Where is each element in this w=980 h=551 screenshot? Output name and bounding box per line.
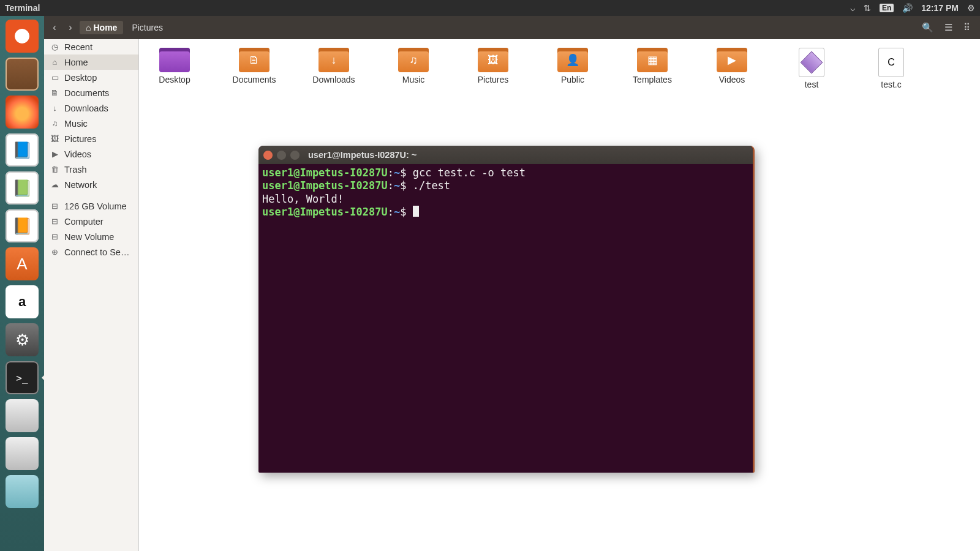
place-home[interactable]: ⌂Home — [44, 54, 138, 70]
home-icon: ⌂ — [86, 23, 91, 32]
terminal-titlebar[interactable]: user1@Impetus-I0287U: ~ — [258, 146, 753, 164]
place-network[interactable]: ☁Network — [44, 177, 138, 192]
files-toolbar: ‹ › ⌂ Home Pictures 🔍 ☰ ⠿ — [44, 16, 980, 39]
nav-forward-button[interactable]: › — [64, 20, 77, 36]
file-item-pictures[interactable]: 🖼Pictures — [469, 48, 518, 89]
file-item-test-c[interactable]: Ctest.c — [867, 48, 916, 89]
file-label: Downloads — [312, 75, 355, 84]
place-icon: 🖼 — [50, 134, 59, 143]
window-close-button[interactable] — [263, 151, 273, 160]
breadcrumb-pictures-label: Pictures — [132, 23, 163, 32]
place-label: Music — [64, 119, 88, 129]
place-icon: ⌂ — [50, 58, 59, 67]
files-places-sidebar: ◷Recent⌂Home▭Desktop🗎Documents↓Downloads… — [44, 39, 139, 551]
file-item-downloads[interactable]: ↓Downloads — [309, 48, 358, 89]
place-label: Home — [64, 58, 88, 67]
file-label: test.c — [881, 80, 901, 89]
view-list-icon[interactable]: ☰ — [944, 22, 952, 33]
folder-icon: 🖼 — [478, 48, 508, 72]
executable-icon — [799, 48, 824, 77]
launcher-firefox[interactable] — [6, 96, 39, 129]
files-toolbar-tools: 🔍 ☰ ⠿ — [922, 22, 976, 33]
file-item-templates[interactable]: ▦Templates — [628, 48, 677, 89]
launcher-trash[interactable] — [6, 475, 39, 508]
network-icon[interactable]: ⇅ — [864, 3, 871, 13]
launcher-drive-1[interactable] — [6, 399, 39, 432]
launcher-libreoffice-impress[interactable]: 📙 — [6, 209, 39, 242]
bluetooth-icon[interactable]: ⌵ — [850, 3, 855, 13]
device-item[interactable]: ⊕Connect to Se… — [44, 244, 138, 260]
clock[interactable]: 12:17 PM — [921, 3, 959, 13]
power-icon[interactable]: ⚙ — [967, 3, 975, 13]
place-icon: 🗑 — [50, 165, 59, 174]
terminal-output[interactable]: user1@Impetus-I0287U:~$ gcc test.c -o te… — [258, 164, 753, 221]
c-source-icon: C — [878, 48, 904, 77]
place-desktop[interactable]: ▭Desktop — [44, 70, 138, 85]
place-recent[interactable]: ◷Recent — [44, 39, 138, 54]
place-label: Videos — [64, 149, 91, 159]
window-maximize-button[interactable] — [290, 151, 300, 160]
file-label: Desktop — [159, 75, 190, 84]
place-icon: ▶ — [50, 149, 59, 159]
active-app-title: Terminal — [5, 3, 40, 13]
device-label: New Volume — [64, 232, 114, 242]
place-documents[interactable]: 🗎Documents — [44, 85, 138, 100]
place-pictures[interactable]: 🖼Pictures — [44, 131, 138, 146]
place-label: Network — [64, 180, 97, 190]
volume-icon[interactable]: 🔊 — [902, 3, 913, 13]
launcher-libreoffice-calc[interactable]: 📗 — [6, 171, 39, 204]
place-label: Pictures — [64, 134, 96, 144]
device-item[interactable]: ⊟126 GB Volume — [44, 198, 138, 214]
folder-icon: ▦ — [637, 48, 668, 72]
file-item-test[interactable]: test — [787, 48, 836, 89]
file-label: Videos — [719, 75, 745, 84]
file-label: Music — [402, 75, 425, 84]
place-icon: ↓ — [50, 103, 59, 113]
search-icon[interactable]: 🔍 — [922, 22, 933, 33]
window-minimize-button[interactable] — [277, 151, 286, 160]
device-item[interactable]: ⊟New Volume — [44, 229, 138, 244]
launcher-software-center[interactable]: A — [6, 247, 39, 280]
file-item-public[interactable]: 👤Public — [548, 48, 597, 89]
launcher-libreoffice-writer[interactable]: 📘 — [6, 133, 39, 167]
device-label: Computer — [64, 217, 104, 227]
place-icon: ☁ — [50, 180, 59, 189]
launcher-dash[interactable] — [6, 20, 39, 53]
place-label: Documents — [64, 88, 109, 98]
launcher-drive-2[interactable] — [6, 437, 39, 470]
place-icon: ♫ — [50, 119, 59, 128]
launcher-settings[interactable]: ⚙ — [6, 323, 39, 356]
device-label: 126 GB Volume — [64, 201, 127, 211]
file-item-desktop[interactable]: Desktop — [150, 48, 199, 89]
breadcrumb-home-label: Home — [93, 23, 117, 32]
system-tray: ⌵ ⇅ En 🔊 12:17 PM ⚙ — [850, 3, 975, 13]
device-icon: ⊟ — [50, 232, 59, 241]
breadcrumb-home[interactable]: ⌂ Home — [80, 21, 123, 34]
unity-launcher: 📘 📗 📙 A a ⚙ >_ — [0, 16, 44, 551]
terminal-window[interactable]: user1@Impetus-I0287U: ~ user1@Impetus-I0… — [258, 146, 755, 473]
file-item-music[interactable]: ♫Music — [389, 48, 438, 89]
breadcrumb-pictures[interactable]: Pictures — [126, 21, 169, 34]
file-label: Documents — [233, 75, 276, 84]
place-label: Downloads — [64, 103, 108, 113]
place-videos[interactable]: ▶Videos — [44, 146, 138, 162]
folder-icon — [159, 48, 190, 72]
place-music[interactable]: ♫Music — [44, 116, 138, 131]
launcher-files[interactable] — [6, 58, 39, 91]
place-icon: ◷ — [50, 42, 59, 51]
input-language-indicator[interactable]: En — [880, 4, 894, 12]
view-grid-icon[interactable]: ⠿ — [963, 22, 970, 33]
launcher-amazon[interactable]: a — [6, 285, 39, 318]
folder-icon: 👤 — [557, 48, 588, 72]
nav-back-button[interactable]: ‹ — [48, 20, 61, 36]
device-icon: ⊟ — [50, 201, 59, 211]
launcher-terminal[interactable]: >_ — [6, 361, 39, 394]
folder-icon: ↓ — [318, 48, 349, 72]
place-trash[interactable]: 🗑Trash — [44, 162, 138, 177]
device-item[interactable]: ⊟Computer — [44, 214, 138, 229]
file-item-documents[interactable]: 🗎Documents — [230, 48, 279, 89]
file-item-videos[interactable]: ▶Videos — [707, 48, 756, 89]
place-downloads[interactable]: ↓Downloads — [44, 100, 138, 116]
place-icon: ▭ — [50, 73, 59, 82]
place-label: Recent — [64, 42, 92, 52]
